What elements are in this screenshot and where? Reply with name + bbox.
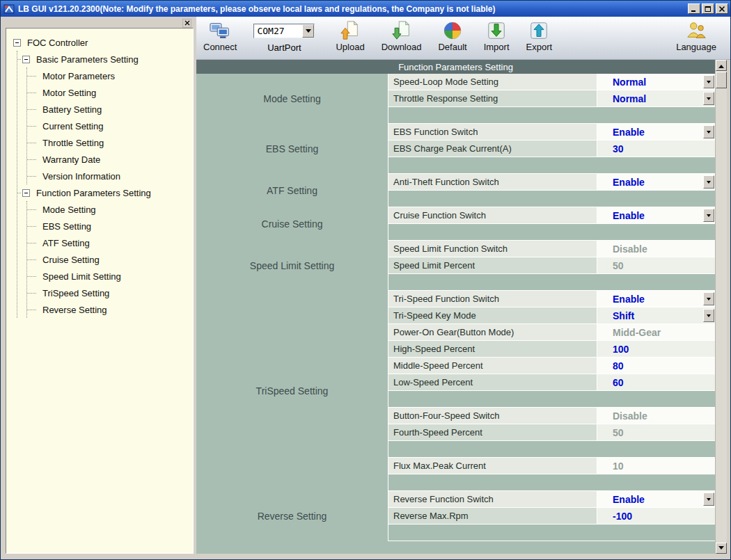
param-value-cell[interactable]: Shift [597,307,715,323]
download-button[interactable]: Download [382,20,422,52]
param-label: Button-Four-Speed Switch [388,408,597,424]
upload-icon [340,20,361,41]
param-value[interactable]: Enable [613,494,645,505]
param-value: Disable [613,410,647,422]
tree-item-foc-controller[interactable]: FOC Controller [13,34,191,51]
com-port-value: COM27 [254,26,302,36]
param-value-cell[interactable]: Enable [597,124,715,140]
tree-item-cruise-setting[interactable]: Cruise Setting [27,251,191,268]
param-value[interactable]: Enable [613,177,645,188]
param-value[interactable]: Enable [613,294,645,305]
category-cell: Reverse Setting [196,491,388,541]
param-value-cell[interactable]: 100 [597,341,715,357]
tree-item-ebs-setting[interactable]: EBS Setting [27,218,191,234]
dropdown-arrow-button[interactable] [703,92,714,105]
param-value-cell[interactable]: Enable [597,291,715,307]
tree-item-basic-parameters-setting[interactable]: Basic Parameters Setting [17,51,191,67]
dropdown-arrow-button[interactable] [703,309,714,322]
param-rows: Speed Limit Function SwitchDisableSpeed … [388,241,715,291]
tree-item-battery-setting[interactable]: Battery Setting [27,101,191,118]
param-value-cell[interactable]: Enable [597,174,715,190]
scrollbar-thumb[interactable] [716,72,727,88]
param-label: Speed Limit Function Switch [388,241,597,257]
param-label: Anti-Theft Function Switch [388,174,597,190]
upload-button[interactable]: Upload [336,20,364,52]
parameter-table: Function Parameters Setting Mode Setting… [196,60,715,554]
com-port-select[interactable]: COM27 [253,24,315,38]
dropdown-arrow-button[interactable] [703,209,714,222]
param-label: EBS Function Switch [388,124,597,140]
tree-item-motor-parameters[interactable]: Motor Parameters [27,67,191,84]
param-label: Tri-Speed Function Switch [388,291,597,307]
language-button[interactable]: Language [676,20,716,52]
param-label: Speed Limit Percent [388,257,597,273]
maximize-button[interactable] [702,3,714,14]
vertical-scrollbar[interactable] [715,60,727,554]
tree-item-function-parameters-setting[interactable]: Function Parameters Setting [17,184,191,201]
tree-item-mode-setting[interactable]: Mode Setting [27,201,191,218]
pane-close-icon[interactable] [182,19,191,28]
download-label: Download [382,42,422,52]
param-value[interactable]: 30 [613,143,624,154]
tree-item-warranty-date[interactable]: Warranty Date [27,151,191,168]
dropdown-arrow-button[interactable] [703,292,714,305]
language-label: Language [676,42,716,52]
param-row: Speed-Loop Mode SettingNormal [388,74,715,90]
import-button[interactable]: Import [484,20,510,52]
collapse-icon[interactable] [22,189,30,197]
param-value[interactable]: Enable [613,127,645,138]
param-value-cell[interactable]: 30 [597,141,715,157]
dropdown-arrow-button[interactable] [703,493,714,506]
param-value-cell[interactable]: 80 [597,358,715,374]
tree-item-trispeed-setting[interactable]: TriSpeed Setting [27,285,191,301]
tree-item-current-setting[interactable]: Current Setting [27,118,191,134]
category-cell: EBS Setting [196,124,388,174]
param-value[interactable]: -100 [613,511,632,522]
param-value[interactable]: 60 [613,377,624,388]
default-button[interactable]: Default [438,20,466,52]
param-label: Middle-Speed Percent [388,358,597,374]
spacer-row [388,274,715,291]
param-value[interactable]: Normal [613,77,646,88]
param-value-cell[interactable]: 60 [597,374,715,390]
tree-item-version-information[interactable]: Version Information [27,168,191,184]
param-value-cell[interactable]: Enable [597,491,715,507]
param-rows: Anti-Theft Function SwitchEnable [388,174,715,207]
param-row: EBS Charge Peak Current(A)30 [388,141,715,157]
dropdown-arrow-button[interactable] [703,125,714,138]
param-value-cell[interactable]: Normal [597,90,715,106]
collapse-icon[interactable] [13,39,21,47]
tree-item-reverse-setting[interactable]: Reverse Setting [27,301,191,318]
param-value[interactable]: 80 [613,360,624,371]
connect-button[interactable]: Connect [203,20,237,52]
param-value-cell[interactable]: -100 [597,508,715,524]
scroll-down-icon[interactable] [716,543,727,554]
tree-item-throttle-setting[interactable]: Throttle Setting [27,134,191,151]
tree-item-speed-limit-setting[interactable]: Speed Limit Setting [27,268,191,285]
scroll-up-icon[interactable] [716,60,727,71]
combo-dropdown-icon[interactable] [302,24,314,38]
tree-item-label: Reverse Setting [40,304,109,316]
collapse-icon[interactable] [22,56,30,63]
toolbar: Connect COM27 UartPort Upload [196,17,730,60]
param-row: Tri-Speed Key ModeShift [388,307,715,324]
tree-item-atf-setting[interactable]: ATF Setting [27,234,191,251]
param-label: Reverse Function Switch [388,491,597,507]
tree-item-label: TriSpeed Setting [40,287,111,299]
param-value-cell[interactable]: Normal [597,74,715,90]
param-row: High-Speed Percent100 [388,341,715,358]
param-value[interactable]: Enable [613,210,645,221]
export-button[interactable]: Export [526,20,553,52]
scrollbar-track[interactable] [716,88,727,543]
param-value-cell[interactable]: Enable [597,207,715,223]
param-value[interactable]: Normal [613,93,646,104]
close-button[interactable] [716,3,728,14]
minimize-button[interactable] [688,3,700,14]
tree-item-motor-setting[interactable]: Motor Setting [27,84,191,101]
dropdown-arrow-button[interactable] [703,75,714,88]
spacer-row [388,157,715,174]
param-value[interactable]: 100 [613,344,629,355]
param-value-cell: Midd-Gear [597,324,715,340]
param-value[interactable]: Shift [613,310,634,321]
dropdown-arrow-button[interactable] [703,175,714,189]
